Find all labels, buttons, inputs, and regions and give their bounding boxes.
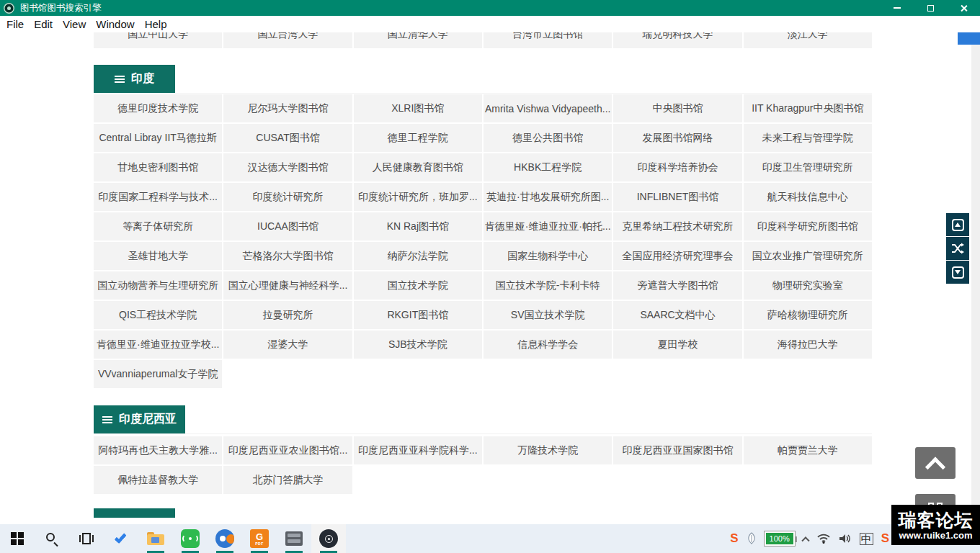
library-cell[interactable]: 德里印度技术学院 <box>94 94 222 122</box>
start-button[interactable] <box>0 524 35 553</box>
menu-help[interactable]: Help <box>145 18 167 30</box>
library-cell[interactable]: 德里公共图书馆 <box>484 124 612 152</box>
library-cell[interactable]: 全国应用经济研究理事会 <box>613 242 741 270</box>
library-cell[interactable]: SJB技术学院 <box>354 331 482 359</box>
library-cell[interactable]: 国立技术学院-卡利卡特 <box>484 271 612 300</box>
library-cell[interactable]: 等离子体研究所 <box>94 212 222 240</box>
library-cell[interactable]: 印度尼西亚亚科学院科学... <box>354 436 482 464</box>
menu-view[interactable]: View <box>63 18 86 30</box>
library-cell[interactable]: 印度卫生管理研究所 <box>744 153 872 181</box>
library-cell[interactable]: 印度尼西亚亚农业图书馆... <box>223 436 352 464</box>
library-cell[interactable]: 纳萨尔法学院 <box>354 242 482 270</box>
taskbar-file-explorer[interactable] <box>138 524 173 553</box>
sogou-tray-icon[interactable]: S <box>730 531 738 546</box>
taskbar-browser-app[interactable] <box>208 524 242 553</box>
library-cell[interactable]: 台湾市立图书馆 <box>484 32 612 48</box>
maximize-button[interactable] <box>914 0 947 16</box>
library-cell[interactable]: QIS工程技术学院 <box>94 301 222 329</box>
library-cell[interactable]: INFLIBNET图书馆 <box>613 183 741 211</box>
menu-file[interactable]: File <box>6 18 24 30</box>
library-cell[interactable]: 旁遮普大学图书馆 <box>613 271 741 300</box>
tray-expand-chevron-icon[interactable] <box>801 536 809 544</box>
library-cell[interactable]: 尼尔玛大学图书馆 <box>223 94 352 122</box>
library-cell[interactable]: 国立农业推广管理研究所 <box>744 242 872 270</box>
library-cell[interactable]: 瑞克明科技大学 <box>613 32 741 48</box>
library-cell[interactable]: 印度尼西亚亚国家图书馆 <box>613 436 741 464</box>
library-cell[interactable]: 克里希纳工程技术研究所 <box>613 212 741 240</box>
section-header-box[interactable]: 印度尼西亚 <box>94 405 185 433</box>
library-cell[interactable]: 拉曼研究所 <box>223 301 352 329</box>
library-cell[interactable]: RKGIT图书馆 <box>354 301 482 329</box>
shuffle-button[interactable] <box>946 237 969 260</box>
sogou-tray-icon-2[interactable]: S <box>881 531 889 546</box>
library-cell[interactable]: 甘地史密利图书馆 <box>94 153 222 181</box>
library-cell[interactable]: 湿婆大学 <box>223 331 352 359</box>
library-cell[interactable]: 帕贾贾兰大学 <box>744 436 872 464</box>
library-cell[interactable]: 万隆技术学院 <box>484 436 612 464</box>
volume-icon[interactable] <box>839 533 852 544</box>
library-cell[interactable]: HKBK工程学院 <box>484 153 612 181</box>
library-cell[interactable]: 佩特拉基督教大学 <box>94 466 222 494</box>
battery-indicator[interactable]: 100% <box>765 531 795 546</box>
library-cell[interactable]: 萨哈核物理研究所 <box>744 301 872 329</box>
library-cell[interactable]: 人民健康教育图书馆 <box>354 153 482 181</box>
library-cell[interactable]: 印度统计研究所 <box>223 183 352 211</box>
library-cell[interactable]: 圣雄甘地大学 <box>94 242 222 270</box>
library-cell[interactable]: 印度科学培养协会 <box>613 153 741 181</box>
library-cell[interactable]: 北苏门答腊大学 <box>223 466 352 494</box>
library-cell[interactable]: 肯德里亚·维迪亚拉亚学校... <box>94 331 222 359</box>
jump-top-button[interactable] <box>946 213 969 236</box>
taskbar-pdf-app[interactable]: GPDF <box>242 524 277 553</box>
library-cell[interactable]: 海得拉巴大学 <box>744 331 872 359</box>
menu-window[interactable]: Window <box>96 18 134 30</box>
library-cell[interactable]: 英迪拉·甘地发展研究所图... <box>484 183 612 211</box>
library-cell[interactable]: 印度国家工程科学与技术... <box>94 183 222 211</box>
library-cell[interactable]: 汉达德大学图书馆 <box>223 153 352 181</box>
close-button[interactable] <box>947 0 980 16</box>
library-cell[interactable]: 夏田学校 <box>613 331 741 359</box>
library-cell[interactable]: Central Libray IIT马德拉斯 <box>94 124 222 152</box>
library-cell[interactable]: 物理研究实验室 <box>744 271 872 300</box>
library-cell[interactable]: 国立技术学院 <box>354 271 482 300</box>
library-cell[interactable]: 国立心理健康与神经科学... <box>223 271 352 300</box>
wifi-icon[interactable] <box>816 533 831 544</box>
library-cell[interactable]: 航天科技信息中心 <box>744 183 872 211</box>
scroll-to-top-button[interactable] <box>915 447 956 479</box>
library-cell[interactable]: KN Raj图书馆 <box>354 212 482 240</box>
menu-edit[interactable]: Edit <box>34 18 53 30</box>
library-cell[interactable]: IUCAA图书馆 <box>223 212 352 240</box>
library-cell[interactable]: 国立中山大学 <box>94 32 222 48</box>
ime-indicator[interactable]: 中 <box>860 533 873 545</box>
task-view-button[interactable] <box>69 524 104 553</box>
taskbar-archive-app[interactable] <box>277 524 311 553</box>
section-header-box[interactable]: 印度 <box>94 65 175 93</box>
library-cell[interactable]: 肯德里娅·维迪亚拉亚·帕托... <box>484 212 612 240</box>
taskbar-check-app[interactable] <box>104 524 138 553</box>
library-cell[interactable]: 发展图书馆网络 <box>613 124 741 152</box>
library-cell[interactable]: SV国立技术学院 <box>484 301 612 329</box>
jump-bottom-button[interactable] <box>946 261 969 284</box>
library-cell[interactable]: 阿特玛再也天主教大学雅... <box>94 436 222 464</box>
library-cell[interactable]: 国立台湾大学 <box>223 32 352 48</box>
library-cell[interactable]: Amrita Vishwa Vidyapeeth... <box>484 94 612 122</box>
minimize-button[interactable] <box>881 0 914 16</box>
library-cell[interactable]: 淡江大学 <box>744 32 872 48</box>
taskbar-library-search-app[interactable] <box>311 524 346 553</box>
library-cell[interactable]: VVvanniaperumal女子学院 <box>94 360 222 388</box>
library-cell[interactable]: 未来工程与管理学院 <box>744 124 872 152</box>
library-cell[interactable]: 芒格洛尔大学图书馆 <box>223 242 352 270</box>
library-cell[interactable]: CUSAT图书馆 <box>223 124 352 152</box>
library-cell[interactable]: IIT Kharagpur中央图书馆 <box>744 94 872 122</box>
library-cell[interactable]: 国立动物营养与生理研究所 <box>94 271 222 300</box>
library-cell[interactable]: 信息科学学会 <box>484 331 612 359</box>
library-cell[interactable]: 德里工程学院 <box>354 124 482 152</box>
library-cell[interactable]: SAARC文档中心 <box>613 301 741 329</box>
library-cell[interactable]: 国家生物科学中心 <box>484 242 612 270</box>
scrollbar-track[interactable] <box>971 45 980 524</box>
taskbar-search-button[interactable] <box>35 524 69 553</box>
taskbar-broadcast-app[interactable] <box>173 524 208 553</box>
library-cell[interactable]: XLRI图书馆 <box>354 94 482 122</box>
library-cell[interactable]: 印度统计研究所，班加罗... <box>354 183 482 211</box>
library-cell[interactable]: 国立清华大学 <box>354 32 482 48</box>
library-cell[interactable]: 中央图书馆 <box>613 94 741 122</box>
